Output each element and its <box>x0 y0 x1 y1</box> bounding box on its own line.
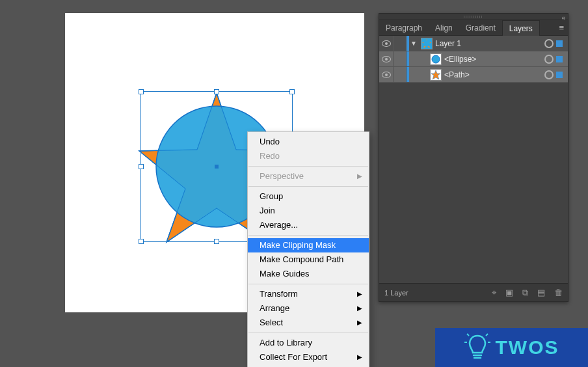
tab-gradient[interactable]: Gradient <box>459 20 502 35</box>
menu-item-add-to-library[interactable]: Add to Library <box>248 336 369 350</box>
sublayer-thumbnail <box>430 53 442 65</box>
make-clipping-mask-icon[interactable]: ▣ <box>505 288 513 297</box>
sublayer-row-path[interactable]: <Path> <box>379 67 568 83</box>
menu-item-transform[interactable]: Transform ▶ <box>248 287 369 301</box>
locate-object-icon[interactable]: ⌖ <box>492 288 496 298</box>
submenu-arrow-icon: ▶ <box>357 317 362 329</box>
new-layer-icon[interactable]: ▤ <box>537 288 545 297</box>
eye-icon <box>382 56 391 62</box>
menu-item-group[interactable]: Group <box>248 189 369 204</box>
submenu-arrow-icon: ▶ <box>357 303 362 314</box>
lock-toggle[interactable] <box>394 67 407 82</box>
delete-layer-icon[interactable]: 🗑 <box>554 288 563 297</box>
menu-separator <box>248 166 368 167</box>
layer-row[interactable]: ▼ Layer 1 <box>379 36 568 51</box>
layer-color-bar <box>407 67 409 82</box>
sublayer-thumbnail <box>430 69 442 81</box>
svg-point-2 <box>432 55 440 63</box>
selection-indicator[interactable] <box>556 40 563 47</box>
svg-point-1 <box>423 40 430 47</box>
new-sublayer-icon[interactable]: ⧉ <box>522 288 528 298</box>
layers-panel: « Paragraph Align Gradient Layers ≡ ▼ La… <box>379 13 568 302</box>
menu-item-collect-for-export[interactable]: Collect For Export ▶ <box>248 350 369 364</box>
watermark-text: TWOS <box>496 336 559 359</box>
tab-layers[interactable]: Layers <box>502 20 540 36</box>
layer-thumbnail <box>421 38 433 49</box>
visibility-toggle[interactable] <box>379 67 394 82</box>
menu-item-label: Transform <box>260 289 298 299</box>
target-icon[interactable] <box>544 39 554 48</box>
selection-indicator[interactable] <box>556 72 563 78</box>
menu-item-label: Arrange <box>260 303 289 313</box>
menu-item-undo[interactable]: Undo <box>248 135 369 149</box>
menu-item-label: Select <box>260 318 283 327</box>
submenu-arrow-icon: ▶ <box>357 351 362 363</box>
menu-item-select[interactable]: Select ▶ <box>248 316 369 330</box>
menu-item-redo[interactable]: Redo <box>248 149 369 163</box>
menu-separator <box>248 186 368 187</box>
disclosure-triangle-icon[interactable]: ▼ <box>409 40 418 47</box>
panel-header-bar[interactable]: « <box>379 14 568 20</box>
submenu-arrow-icon: ▶ <box>357 170 362 182</box>
panel-tabs: Paragraph Align Gradient Layers ≡ <box>379 20 568 36</box>
panel-menu-icon[interactable]: ≡ <box>559 23 564 33</box>
panel-gripper-icon[interactable] <box>464 16 483 18</box>
visibility-toggle[interactable] <box>379 51 394 66</box>
layer-name-label[interactable]: Layer 1 <box>435 39 544 48</box>
watermark: TWOS <box>435 328 588 367</box>
layer-color-bar <box>407 51 409 66</box>
menu-separator <box>248 235 368 236</box>
tab-paragraph[interactable]: Paragraph <box>379 20 429 35</box>
menu-item-perspective[interactable]: Perspective ▶ <box>248 169 369 184</box>
menu-item-average[interactable]: Average... <box>248 218 369 232</box>
context-menu: Undo Redo Perspective ▶ Group Join Avera… <box>247 131 369 367</box>
sublayer-name-label[interactable]: <Ellipse> <box>444 55 544 64</box>
layer-list: ▼ Layer 1 <Ellipse> <box>379 36 568 283</box>
menu-separator <box>248 284 368 284</box>
menu-item-make-guides[interactable]: Make Guides <box>248 267 369 281</box>
tab-align[interactable]: Align <box>429 20 459 35</box>
menu-item-make-clipping-mask[interactable]: Make Clipping Mask <box>248 238 369 252</box>
menu-item-make-compound-path[interactable]: Make Compound Path <box>248 252 369 267</box>
target-icon[interactable] <box>544 70 554 79</box>
menu-item-label: Collect For Export <box>260 352 327 362</box>
sublayer-name-label[interactable]: <Path> <box>444 70 544 79</box>
menu-separator <box>248 333 368 333</box>
svg-line-8 <box>486 334 488 336</box>
menu-item-label: Perspective <box>260 171 304 181</box>
svg-line-7 <box>467 334 469 336</box>
visibility-toggle[interactable] <box>379 36 394 51</box>
menu-item-export-selection[interactable]: Export Selection... <box>248 364 369 367</box>
menu-item-arrange[interactable]: Arrange ▶ <box>248 301 369 316</box>
eye-icon <box>382 72 391 78</box>
lock-toggle[interactable] <box>394 36 407 51</box>
svg-marker-3 <box>431 70 440 79</box>
menu-item-join[interactable]: Join <box>248 204 369 218</box>
lock-toggle[interactable] <box>394 51 407 66</box>
sublayer-row-ellipse[interactable]: <Ellipse> <box>379 51 568 67</box>
lightbulb-icon <box>464 333 490 362</box>
selection-indicator[interactable] <box>556 56 563 62</box>
submenu-arrow-icon: ▶ <box>357 288 362 300</box>
panel-footer: 1 Layer ⌖ ▣ ⧉ ▤ 🗑 <box>379 283 568 301</box>
layer-count-label: 1 Layer <box>384 289 483 297</box>
target-icon[interactable] <box>544 55 554 64</box>
eye-icon <box>382 40 391 47</box>
